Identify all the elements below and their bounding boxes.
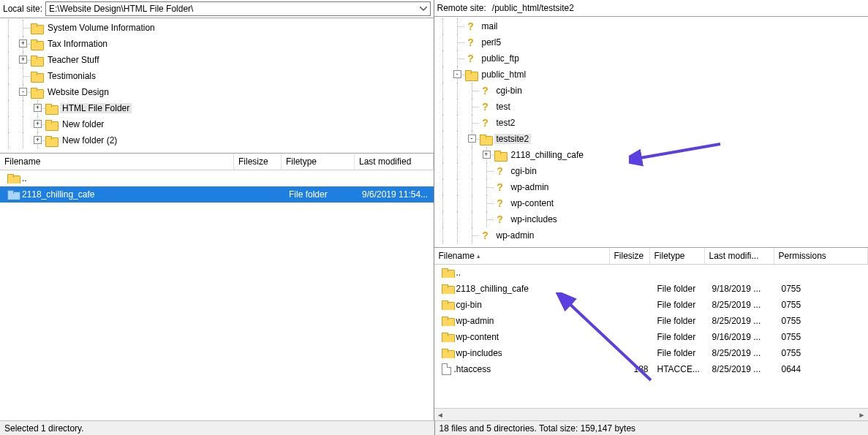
local-file-list[interactable]: ..2118_chilling_cafeFile folder9/6/2019 … bbox=[0, 170, 434, 420]
tree-item-label: New folder (2) bbox=[60, 135, 119, 145]
col-filetype[interactable]: Filetype bbox=[282, 154, 355, 170]
collapse-icon[interactable]: - bbox=[19, 88, 27, 96]
col-filename[interactable]: Filename bbox=[0, 154, 234, 170]
tree-item[interactable]: ?wp-includes bbox=[436, 211, 869, 227]
tree-item[interactable]: -Website Design bbox=[1, 84, 434, 100]
expand-icon[interactable]: + bbox=[34, 136, 42, 144]
tree-item[interactable]: +Teacher Stuff bbox=[1, 52, 434, 68]
local-site-path-input[interactable] bbox=[45, 1, 430, 16]
cell-mod: 8/25/2019 ... bbox=[708, 348, 777, 358]
filename: .htaccess bbox=[454, 364, 491, 374]
folder-icon bbox=[465, 70, 477, 80]
sort-asc-icon: ▴ bbox=[477, 252, 480, 260]
expand-icon[interactable]: + bbox=[19, 56, 27, 64]
col-filesize[interactable]: Filesize bbox=[234, 154, 282, 170]
col-permissions[interactable]: Permissions bbox=[774, 248, 869, 264]
expand-icon[interactable]: + bbox=[34, 104, 42, 112]
unknown-icon: ? bbox=[480, 117, 491, 129]
tree-item[interactable]: System Volume Information bbox=[1, 20, 434, 36]
cell-mod: 8/25/2019 ... bbox=[708, 300, 777, 310]
list-row[interactable]: .. bbox=[0, 170, 434, 186]
tree-item[interactable]: -public_html bbox=[436, 67, 869, 83]
filename: 2118_chilling_cafe bbox=[22, 189, 94, 200]
filename: .. bbox=[456, 268, 461, 278]
tree-item-label: test2 bbox=[494, 118, 518, 128]
remote-site-label: Remote site: bbox=[437, 3, 486, 13]
cell-type: File folder bbox=[653, 284, 708, 294]
tree-item[interactable]: ?wp-content bbox=[436, 195, 869, 211]
collapse-icon[interactable]: - bbox=[453, 70, 461, 78]
unknown-icon: ? bbox=[480, 85, 491, 97]
folder-icon bbox=[45, 104, 57, 113]
tree-item[interactable]: ?wp-admin bbox=[436, 227, 869, 243]
tree-item[interactable]: -testsite2 bbox=[436, 131, 869, 147]
col-lastmod[interactable]: Last modifi... bbox=[705, 248, 774, 264]
list-row[interactable]: .. bbox=[434, 265, 869, 281]
cell-mod: 8/25/2019 ... bbox=[708, 364, 777, 374]
tree-item-label: mail bbox=[480, 21, 500, 31]
filename: .. bbox=[22, 173, 27, 184]
list-row[interactable]: wp-contentFile folder9/16/2019 ...0755 bbox=[434, 329, 869, 345]
collapse-icon[interactable]: - bbox=[468, 135, 476, 143]
remote-file-list[interactable]: ..2118_chilling_cafeFile folder9/18/2019… bbox=[434, 265, 869, 408]
remote-site-path[interactable]: /public_html/testsite2 bbox=[489, 1, 865, 15]
col-lastmod[interactable]: Last modified bbox=[355, 154, 434, 170]
tree-item-label: wp-includes bbox=[509, 214, 559, 224]
remote-list-hscroll[interactable]: ◄ ► bbox=[434, 408, 869, 420]
unknown-icon: ? bbox=[465, 37, 477, 48]
expand-icon[interactable]: + bbox=[483, 151, 491, 159]
list-row[interactable]: cgi-binFile folder8/25/2019 ...0755 bbox=[434, 297, 869, 313]
folder-icon bbox=[45, 136, 57, 145]
filename: cgi-bin bbox=[456, 300, 482, 310]
tree-item[interactable]: +Tax Information bbox=[1, 36, 434, 52]
tree-item-label: New folder bbox=[60, 119, 106, 129]
cell-mod: 9/6/2019 11:54... bbox=[358, 189, 434, 200]
col-filename[interactable]: Filename▴ bbox=[434, 248, 610, 264]
tree-item-label: HTML File Folder bbox=[60, 103, 132, 113]
tree-item-label: wp-admin bbox=[494, 230, 537, 241]
list-row[interactable]: wp-adminFile folder8/25/2019 ...0755 bbox=[434, 313, 869, 329]
tree-item[interactable]: +HTML File Folder bbox=[1, 100, 434, 116]
tree-item[interactable]: ?wp-admin bbox=[436, 179, 869, 195]
tree-item-label: Testimonials bbox=[45, 71, 98, 81]
list-row[interactable]: wp-includesFile folder8/25/2019 ...0755 bbox=[434, 345, 869, 361]
folder-icon bbox=[442, 349, 453, 358]
tree-item[interactable]: ?mail bbox=[436, 18, 869, 34]
local-tree-scroll[interactable]: System Volume Information+Tax Informatio… bbox=[0, 18, 434, 153]
list-row[interactable]: 2118_chilling_cafeFile folder9/18/2019 .… bbox=[434, 281, 869, 297]
col-filetype[interactable]: Filetype bbox=[650, 248, 705, 264]
expand-icon[interactable]: + bbox=[34, 120, 42, 128]
tree-item[interactable]: ?perl5 bbox=[436, 34, 869, 50]
filename: wp-admin bbox=[456, 316, 494, 326]
expand-icon[interactable]: + bbox=[19, 39, 27, 48]
unknown-icon: ? bbox=[494, 197, 506, 209]
tree-item[interactable]: +New folder bbox=[1, 116, 434, 132]
tree-item[interactable]: +2118_chilling_cafe bbox=[436, 147, 869, 163]
filename: 2118_chilling_cafe bbox=[456, 284, 529, 294]
unknown-icon: ? bbox=[465, 53, 477, 64]
scroll-left-icon[interactable]: ◄ bbox=[434, 409, 447, 420]
remote-tree-scroll[interactable]: ?mail?perl5?public_ftp-public_html?cgi-b… bbox=[434, 17, 869, 247]
tree-item[interactable]: +New folder (2) bbox=[1, 132, 434, 148]
col-filesize[interactable]: Filesize bbox=[610, 248, 650, 264]
remote-status-bar: 18 files and 5 directories. Total size: … bbox=[434, 420, 869, 435]
folder-icon bbox=[442, 268, 453, 278]
scroll-right-icon[interactable]: ► bbox=[856, 409, 868, 420]
cell-perm: 0755 bbox=[777, 284, 869, 294]
list-row[interactable]: .htaccess188HTACCE...8/25/2019 ...0644 bbox=[434, 361, 869, 377]
cell-type: HTACCE... bbox=[653, 364, 708, 374]
tree-item[interactable]: ?cgi-bin bbox=[436, 83, 869, 99]
remote-pane: Remote site: /public_html/testsite2 ?mai… bbox=[434, 0, 869, 420]
cell-perm: 0755 bbox=[777, 348, 869, 358]
tree-item-label: public_ftp bbox=[480, 53, 521, 64]
list-row[interactable]: 2118_chilling_cafeFile folder9/6/2019 11… bbox=[0, 186, 434, 203]
local-pane: Local site: System Volume Information+Ta… bbox=[0, 0, 434, 420]
tree-item[interactable]: ?test bbox=[436, 99, 869, 115]
tree-item[interactable]: ?test2 bbox=[436, 115, 869, 131]
tree-item[interactable]: Testimonials bbox=[1, 68, 434, 84]
tree-item-label: cgi-bin bbox=[509, 166, 539, 176]
folder-icon bbox=[31, 88, 42, 97]
tree-item[interactable]: ?cgi-bin bbox=[436, 163, 869, 179]
cell-type: File folder bbox=[653, 332, 708, 342]
tree-item[interactable]: ?public_ftp bbox=[436, 50, 869, 67]
